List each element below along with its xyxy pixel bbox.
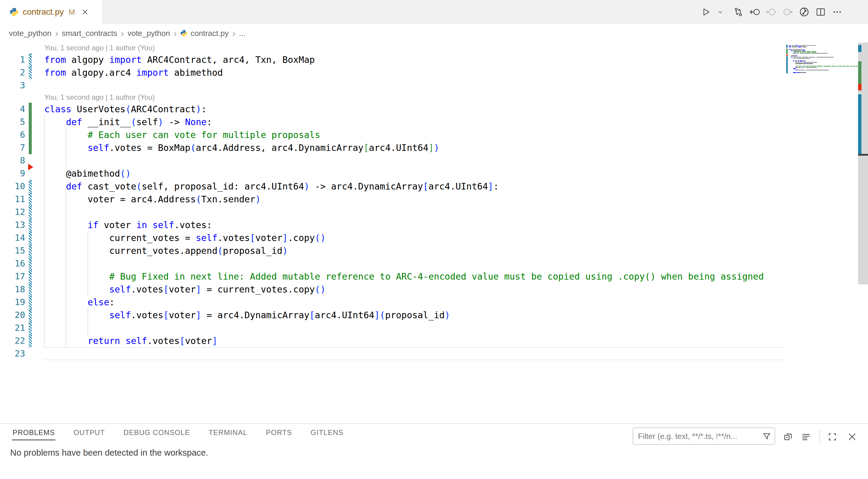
code-line[interactable]: 17 # Bug Fixed in next line: Added mutab…: [0, 270, 868, 283]
breadcrumb-item-symbol[interactable]: ...: [239, 29, 246, 38]
line-number[interactable]: 15: [0, 244, 25, 257]
panel-tab-output[interactable]: OUTPUT: [73, 426, 105, 440]
code-line[interactable]: 11 voter = arc4.Address(Txn.sender): [0, 193, 868, 206]
panel-tab-debug-console[interactable]: DEBUG CONSOLE: [123, 426, 190, 440]
line-number[interactable]: 6: [0, 128, 25, 141]
git-gutter-modified[interactable]: [29, 219, 32, 231]
code-line[interactable]: 10 def cast_vote(self, proposal_id: arc4…: [0, 180, 868, 193]
panel-tabs: PROBLEMS OUTPUT DEBUG CONSOLE TERMINAL P…: [12, 424, 344, 443]
git-gutter-added[interactable]: [29, 128, 32, 141]
close-panel-icon[interactable]: [846, 431, 858, 443]
code-line[interactable]: 18 self.votes[voter] = current_votes.cop…: [0, 283, 868, 296]
git-gutter-modified[interactable]: [29, 180, 32, 193]
breadcrumb-item[interactable]: smart_contracts: [62, 29, 117, 38]
code-line[interactable]: 12: [0, 206, 868, 219]
line-number[interactable]: 3: [0, 79, 25, 92]
breadcrumb-item[interactable]: vote_python: [9, 29, 52, 38]
commit-graph-icon[interactable]: [799, 6, 810, 18]
line-number[interactable]: 9: [0, 167, 25, 180]
line-number[interactable]: 1: [0, 53, 25, 66]
close-tab-icon[interactable]: [81, 8, 89, 16]
git-gutter-modified[interactable]: [29, 244, 32, 257]
git-gutter-added[interactable]: [29, 141, 32, 154]
git-gutter-modified[interactable]: [29, 322, 32, 334]
codelens-blame[interactable]: You, 1 second ago | 1 author (You): [0, 42, 868, 53]
code-line[interactable]: 14 current_votes = self.votes[voter].cop…: [0, 231, 868, 244]
code-line[interactable]: 1from algopy import ARC4Contract, arc4, …: [0, 53, 868, 66]
code-line[interactable]: 16: [0, 257, 868, 270]
line-number[interactable]: 4: [0, 103, 25, 116]
line-number[interactable]: 23: [0, 347, 25, 360]
line-number[interactable]: 13: [0, 219, 25, 231]
code-editor[interactable]: You, 1 second ago | 1 author (You)1from …: [0, 42, 868, 423]
line-number[interactable]: 20: [0, 309, 25, 322]
git-gutter-modified[interactable]: [29, 231, 32, 244]
code-line[interactable]: 9 @abimethod(): [0, 167, 868, 180]
git-gutter-modified[interactable]: [29, 193, 32, 206]
run-dropdown-chevron-icon[interactable]: [717, 6, 724, 18]
more-actions-icon[interactable]: [832, 6, 843, 18]
code-line[interactable]: 23: [0, 347, 868, 360]
code-line[interactable]: 20 self.votes[voter] = arc4.DynamicArray…: [0, 309, 868, 322]
line-number[interactable]: 22: [0, 334, 25, 347]
line-number[interactable]: 7: [0, 141, 25, 154]
git-gutter-modified[interactable]: [29, 334, 32, 347]
git-gutter-added[interactable]: [29, 116, 32, 128]
line-number[interactable]: 12: [0, 206, 25, 219]
python-file-icon: [180, 30, 187, 37]
code-line[interactable]: 13 if voter in self.votes:: [0, 219, 868, 231]
line-number[interactable]: 19: [0, 296, 25, 309]
previous-change-icon[interactable]: [749, 6, 761, 18]
line-number[interactable]: 17: [0, 270, 25, 283]
code-line[interactable]: 19 else:: [0, 296, 868, 309]
view-as-list-icon[interactable]: [800, 431, 812, 443]
line-number[interactable]: 18: [0, 283, 25, 296]
panel-tab-gitlens[interactable]: GITLENS: [310, 426, 344, 440]
code-line[interactable]: 15 current_votes.append(proposal_id): [0, 244, 868, 257]
git-gutter-modified[interactable]: [29, 270, 32, 283]
git-gutter-modified[interactable]: [29, 309, 32, 322]
git-gutter-modified[interactable]: [29, 296, 32, 309]
code-line[interactable]: 7 self.votes = BoxMap(arc4.Address, arc4…: [0, 141, 868, 154]
breadcrumb-item[interactable]: vote_python: [128, 29, 170, 38]
git-gutter-added[interactable]: [29, 103, 32, 116]
overview-ruler[interactable]: [858, 42, 868, 423]
git-gutter-modified[interactable]: [29, 66, 32, 79]
line-number[interactable]: 10: [0, 180, 25, 193]
overview-ruler-mark: [858, 61, 861, 84]
panel-tab-ports[interactable]: PORTS: [266, 426, 292, 440]
git-gutter-modified[interactable]: [29, 53, 32, 66]
code-line[interactable]: 4class UserVotes(ARC4Contract):: [0, 103, 868, 116]
git-gutter-modified[interactable]: [29, 257, 32, 270]
line-number[interactable]: 8: [0, 154, 25, 167]
code-line[interactable]: 6 # Each user can vote for multiple prop…: [0, 128, 868, 141]
code-line[interactable]: 2from algopy.arc4 import abimethod: [0, 66, 868, 79]
codelens-blame[interactable]: You, 1 second ago | 1 author (You): [0, 92, 868, 103]
open-changes-icon[interactable]: [733, 6, 744, 18]
panel-tab-terminal[interactable]: TERMINAL: [208, 426, 248, 440]
problems-filter-input[interactable]: [633, 428, 764, 444]
git-gutter-deleted-icon[interactable]: [28, 164, 33, 170]
run-icon[interactable]: [700, 6, 712, 18]
line-number[interactable]: 2: [0, 66, 25, 79]
line-number[interactable]: 14: [0, 231, 25, 244]
git-gutter-modified[interactable]: [29, 206, 32, 219]
maximize-panel-icon[interactable]: [827, 431, 838, 443]
editor-tab-contract-py[interactable]: contract.py M: [0, 0, 102, 24]
line-number[interactable]: 5: [0, 116, 25, 128]
minimap[interactable]: [786, 43, 858, 121]
git-gutter-modified[interactable]: [29, 283, 32, 296]
code-line[interactable]: 8: [0, 154, 868, 167]
line-number[interactable]: 21: [0, 322, 25, 334]
panel-tab-problems[interactable]: PROBLEMS: [12, 426, 55, 440]
code-line[interactable]: 5 def __init__(self) -> None:: [0, 116, 868, 128]
code-line[interactable]: 22 return self.votes[voter]: [0, 334, 868, 347]
code-line[interactable]: 3: [0, 79, 868, 92]
line-number[interactable]: 16: [0, 257, 25, 270]
collapse-all-icon[interactable]: [782, 431, 794, 443]
split-editor-icon[interactable]: [815, 6, 826, 18]
breadcrumb-item-file[interactable]: contract.py: [190, 29, 228, 38]
line-number[interactable]: 11: [0, 193, 25, 206]
code-line[interactable]: 21: [0, 322, 868, 334]
back-icon: [766, 6, 777, 18]
